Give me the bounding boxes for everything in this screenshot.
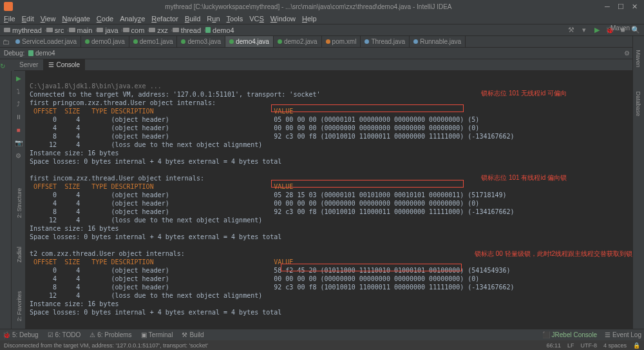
editor-tab-demo3-java[interactable]: demo3.java (177, 36, 225, 47)
console-tabs: ↻ Server ☰Console (0, 59, 644, 71)
crumb-com[interactable]: com (123, 26, 145, 34)
step-icon[interactable]: ⤵ (14, 86, 23, 95)
camera-icon[interactable]: 📷 (14, 138, 23, 147)
menu-help[interactable]: Help (302, 15, 317, 23)
console-tab[interactable]: ☰Console (43, 59, 85, 70)
file-type-icon (326, 39, 330, 44)
bt-jrebel[interactable]: ⬛ JRebel Console (542, 331, 597, 338)
run-config-icon[interactable]: ▾ (580, 26, 589, 34)
editor-tab-pom-xml[interactable]: pom.xml (322, 36, 361, 47)
editor-tab-demo1-java[interactable]: demo1.java (129, 36, 178, 47)
window-controls: ─ ☐ ✕ (601, 3, 640, 11)
console-line: Instance size: 16 bytes (30, 300, 118, 307)
editor-tab-ServiceLoader-java[interactable]: ServiceLoader.java (12, 36, 81, 47)
menu-refactor[interactable]: Refactor (151, 15, 178, 23)
menu-tools[interactable]: Tools (227, 15, 243, 23)
menu-build[interactable]: Build (185, 15, 200, 23)
console-header: OFFSET SIZE TYPE DESCRIPTION VALUE (30, 258, 293, 266)
folder-icon (173, 28, 179, 32)
bt-debug[interactable]: 🐞 5: Debug (3, 331, 39, 338)
bt-todo[interactable]: ☑ 6: TODO (48, 331, 81, 338)
run-icon[interactable]: ▶ (592, 26, 601, 34)
status-lf[interactable]: LF (567, 342, 574, 349)
bt-eventlog[interactable]: ☰ Event Log (605, 331, 641, 338)
main-area: 2: Structure Zadial 2: Favorites ▶ ⤵ ⤴ ⏸… (0, 71, 644, 329)
pause-icon[interactable]: ⏸ (14, 112, 23, 121)
menu-navigate[interactable]: Navigate (62, 15, 90, 23)
bt-terminal[interactable]: ▣ Terminal (141, 331, 173, 338)
menu-vcs[interactable]: VCS (249, 15, 264, 23)
editor-tab-demo4-java[interactable]: demo4.java (225, 36, 274, 47)
file-type-icon (365, 39, 369, 44)
crumb-java[interactable]: java (97, 26, 118, 34)
rail-structure[interactable]: 2: Structure (16, 184, 23, 222)
status-enc[interactable]: UTF-8 (580, 342, 597, 349)
settings-icon[interactable]: ⚙ (14, 151, 23, 160)
console-line: first pringcom.zxz.thread.User object in… (30, 99, 216, 106)
titlebar: mythread [C:\luckyworkspace\mythread] - … (0, 0, 644, 13)
crumb-demo4[interactable]: demo4 (205, 26, 234, 34)
lock-icon[interactable]: 🔒 (633, 342, 640, 349)
java-file-icon (205, 27, 211, 33)
menu-code[interactable]: Code (97, 15, 113, 23)
maven-label[interactable]: Maven (611, 24, 630, 32)
rail-database[interactable]: Database (635, 84, 641, 123)
console-line: Space losses: 0 bytes internal + 4 bytes… (30, 158, 281, 165)
menu-analyze[interactable]: Analyze (120, 15, 145, 23)
bt-problems[interactable]: ⚠ 6: Problems (90, 331, 131, 338)
server-tab[interactable]: Server (14, 59, 43, 70)
menu-edit[interactable]: Edit (22, 15, 34, 23)
stop-icon[interactable]: ■ (14, 125, 23, 134)
console-line: 0 4 (object header) 05 00 00 00 (0000010… (30, 116, 479, 123)
console-line: 4 4 (object header) 00 00 00 00 (0000000… (30, 124, 479, 131)
crumb-zxz[interactable]: zxz (149, 26, 168, 34)
close-icon[interactable]: ✕ (629, 3, 640, 11)
rail-zadial[interactable]: Zadial (16, 235, 23, 274)
step-over-icon[interactable]: ⤴ (14, 99, 23, 108)
console-line: C:\java1.8\jdk1.8\bin\java.exe ... (30, 83, 162, 90)
status-pos[interactable]: 66:11 (546, 342, 561, 349)
console-output[interactable]: C:\java1.8\jdk1.8\bin\java.exe ... Conne… (26, 71, 644, 329)
crumb-src[interactable]: src (46, 26, 64, 34)
statusbar: Disconnected from the target VM, address… (0, 340, 644, 350)
editor-tab-Thread-java[interactable]: Thread.java (361, 36, 410, 47)
rail-favorites[interactable]: 2: Favorites (16, 287, 23, 326)
menu-view[interactable]: View (41, 15, 56, 23)
console-line: first incom.zxz.thread.User object inter… (30, 175, 204, 182)
crumb-mythread[interactable]: mythread (4, 26, 42, 34)
resume-icon[interactable]: ▶ (14, 73, 23, 83)
menu-window[interactable]: Window (270, 15, 296, 23)
annotation-3: 锁标志 00 轻量级锁，此时t2线程跟主线程交替获取到锁 (475, 249, 632, 258)
editor-tab-demo2-java[interactable]: demo2.java (274, 36, 322, 47)
build-icon[interactable]: ⚒ (567, 26, 576, 34)
app-logo-icon (4, 2, 13, 11)
editor-tab-demo0-java[interactable]: demo0.java (81, 36, 129, 47)
restart-icon[interactable]: ↻ (0, 63, 5, 70)
tab-label: pom.xml (332, 38, 357, 45)
editor-tab-Runnable-java[interactable]: Runnable.java (410, 36, 466, 47)
console-line: t2 com.zxz.thread.User object internals: (30, 250, 185, 257)
menu-file[interactable]: File (4, 15, 15, 23)
crumb-main[interactable]: main (69, 26, 93, 34)
file-type-icon (133, 39, 138, 44)
status-spaces[interactable]: 4 spaces (603, 342, 627, 349)
rail-maven[interactable]: Maven (635, 39, 641, 78)
debug-tab[interactable]: demo4 (35, 50, 55, 57)
console-line: 12 4 (loss due to the next object alignm… (30, 217, 262, 224)
menu-run[interactable]: Run (207, 15, 220, 23)
console-line: Space losses: 0 bytes internal + 4 bytes… (30, 233, 281, 240)
tab-label: ServiceLoader.java (22, 38, 77, 45)
project-tab[interactable]: 🗀 (0, 36, 12, 48)
file-type-icon (15, 39, 20, 44)
search-icon[interactable]: 🔍 (631, 26, 640, 34)
tab-label: demo3.java (187, 38, 221, 45)
tab-label: demo2.java (284, 38, 317, 45)
bt-build[interactable]: ⚒ Build (182, 331, 204, 338)
crumb-thread[interactable]: thread (173, 26, 201, 34)
console-header: OFFSET SIZE TYPE DESCRIPTION VALUE (30, 183, 293, 190)
status-message: Disconnected from the target VM, address… (4, 342, 208, 349)
maximize-icon[interactable]: ☐ (615, 3, 627, 11)
console-line: 8 4 (object header) 92 c3 00 f8 (1001001… (30, 284, 515, 291)
minimize-icon[interactable]: ─ (601, 3, 613, 10)
console-header: OFFSET SIZE TYPE DESCRIPTION VALUE (30, 108, 293, 115)
